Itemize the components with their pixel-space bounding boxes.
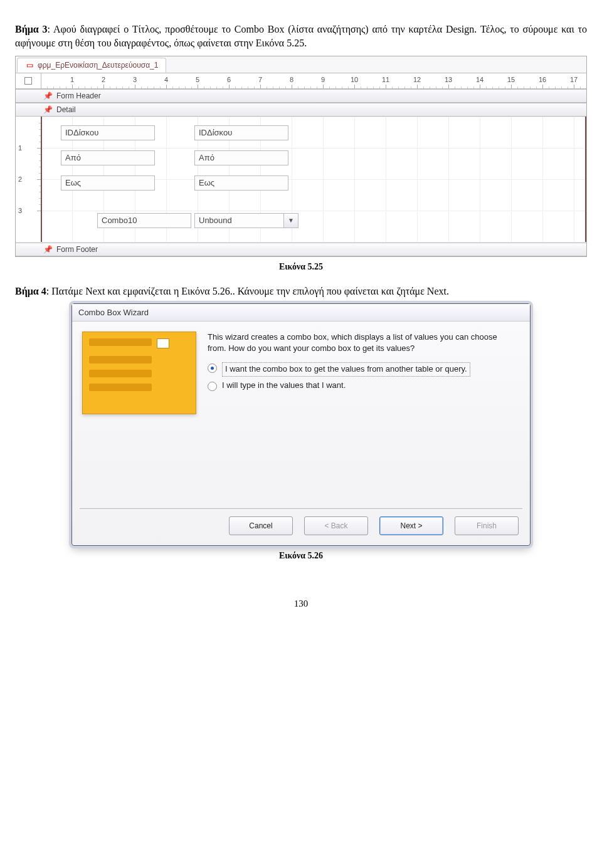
page-number: 130 [15, 599, 587, 609]
step3-label: Βήμα 3 [15, 24, 48, 34]
next-button[interactable]: Next > [379, 516, 443, 535]
paragraph-step4: Βήμα 4: Πατάμε Next και εμφανίζεται η Ει… [15, 285, 587, 298]
figure-caption-525: Εικόνα 5.25 [15, 262, 587, 272]
wizard-option2-label: I will type in the values that I want. [222, 380, 346, 391]
radio-icon[interactable] [208, 382, 217, 391]
field-label-apo[interactable]: Από [61, 150, 155, 165]
left-edge [41, 117, 42, 242]
wizard-illustration [82, 332, 196, 414]
pin-icon: 📌 [43, 92, 53, 100]
field-box-iddisk[interactable]: IDΔίσκου [194, 125, 288, 140]
field-label-eos[interactable]: Εως [61, 175, 155, 191]
figure-caption-526: Εικόνα 5.26 [15, 551, 587, 561]
finish-button: Finish [455, 516, 519, 535]
section-form-footer[interactable]: 📌 Form Footer [16, 243, 586, 256]
design-grid-area[interactable]: 123 IDΔίσκου IDΔίσκου Από Από Εως Εως Co… [16, 117, 586, 243]
cancel-button[interactable]: Cancel [229, 516, 293, 535]
horizontal-ruler: 123456789101112131415161718 [16, 73, 586, 89]
wizard-option1-label: I want the combo box to get the values f… [222, 362, 470, 377]
vertical-ruler: 123 [16, 117, 41, 242]
wizard-button-row: Cancel < Back Next > Finish [72, 509, 530, 545]
section-detail[interactable]: 📌 Detail [16, 103, 586, 117]
form-tab-icon: ▭ [25, 61, 34, 70]
section-header-label: Form Header [56, 92, 101, 100]
section-form-header[interactable]: 📌 Form Header [16, 89, 586, 103]
form-tab-label: φρμ_ΕρΕνοικίαση_Δευτερεύουσα_1 [38, 61, 158, 70]
pin-icon: 📌 [43, 105, 53, 114]
wizard-content: This wizard creates a combo box, which d… [208, 332, 517, 501]
illustration-dropdown-icon [157, 338, 169, 348]
section-footer-label: Form Footer [56, 245, 98, 254]
radio-icon[interactable] [208, 363, 217, 373]
back-button: < Back [304, 516, 368, 535]
designer-tabbar: ▭ φρμ_ΕρΕνοικίαση_Δευτερεύουσα_1 [16, 56, 586, 73]
step4-label: Βήμα 4 [15, 286, 46, 296]
right-edge [585, 117, 586, 242]
field-box-apo[interactable]: Από [194, 150, 288, 165]
wizard-intro: This wizard creates a combo box, which d… [208, 332, 517, 353]
field-box-eos[interactable]: Εως [194, 175, 288, 191]
combo-box[interactable]: Unbound [194, 213, 288, 228]
form-tab[interactable]: ▭ φρμ_ΕρΕνοικίαση_Δευτερεύουσα_1 [17, 58, 166, 73]
wizard-option-table-query[interactable]: I want the combo box to get the values f… [208, 362, 517, 377]
wizard-option-type-values[interactable]: I will type in the values that I want. [208, 380, 517, 391]
field-label-iddisk[interactable]: IDΔίσκου [61, 125, 155, 140]
section-detail-label: Detail [56, 105, 76, 114]
combo-dropdown-icon[interactable]: ▼ [283, 213, 298, 228]
wizard-title: Combo Box Wizard [72, 304, 530, 322]
combo-box-wizard-dialog: Combo Box Wizard This wizard creates a c… [71, 303, 531, 546]
step3-text: : Αφού διαγραφεί ο Τίτλος, προσθέτουμε τ… [15, 24, 587, 48]
step4-text: : Πατάμε Next και εμφανίζεται η Εικόνα 5… [46, 286, 449, 296]
paragraph-step3: Βήμα 3: Αφού διαγραφεί ο Τίτλος, προσθέτ… [15, 23, 587, 51]
access-form-designer: ▭ φρμ_ΕρΕνοικίαση_Δευτερεύουσα_1 1234567… [15, 56, 587, 257]
ruler-corner[interactable] [16, 73, 41, 88]
combo-label[interactable]: Combo10 [97, 213, 191, 228]
pin-icon: 📌 [43, 245, 53, 254]
